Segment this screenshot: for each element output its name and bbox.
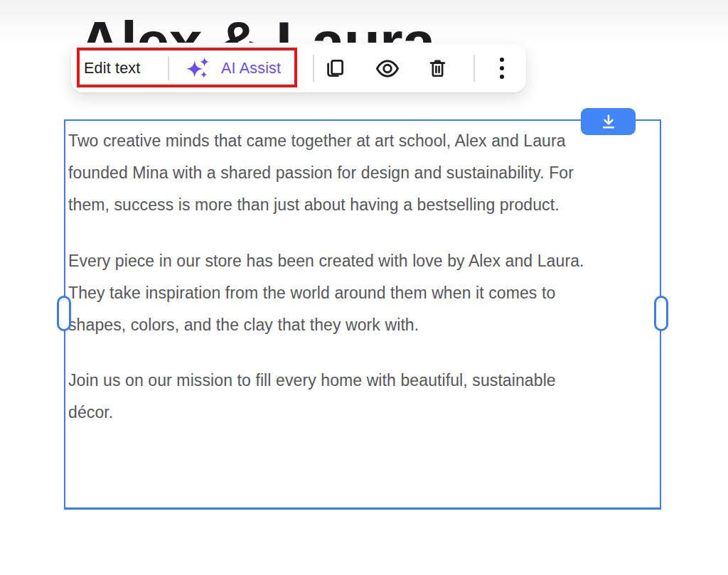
toolbar-divider	[168, 56, 169, 80]
selected-text-element[interactable]: Two creative minds that came together at…	[64, 119, 661, 510]
delete-button[interactable]	[424, 44, 451, 92]
element-toolbar: Edit text AI Assist	[71, 44, 526, 92]
duplicate-icon	[324, 58, 346, 79]
edit-text-button[interactable]: Edit text	[84, 44, 140, 92]
download-icon	[600, 113, 617, 130]
eye-icon	[375, 58, 400, 79]
ai-sparkle-icon	[186, 55, 212, 81]
resize-handle-right[interactable]	[654, 296, 668, 331]
heading-clip-region: Alex & Laura	[0, 0, 728, 43]
preview-button[interactable]	[374, 44, 401, 92]
edit-text-label: Edit text	[84, 60, 140, 77]
duplicate-button[interactable]	[321, 44, 348, 92]
editor-canvas: Alex & Laura Edit text AI Assist	[0, 0, 728, 575]
ai-assist-button[interactable]: AI Assist	[186, 44, 281, 92]
kebab-menu-icon	[496, 56, 508, 80]
page-title: Alex & Laura	[78, 13, 435, 43]
ai-assist-label: AI Assist	[221, 60, 281, 77]
more-options-button[interactable]	[491, 44, 513, 92]
paragraph: Two creative minds that came together at…	[68, 125, 660, 222]
trash-icon	[427, 58, 448, 79]
download-button[interactable]	[581, 108, 636, 135]
toolbar-divider	[313, 55, 314, 82]
resize-handle-left[interactable]	[57, 296, 71, 331]
paragraph: Every piece in our store has been create…	[68, 245, 660, 342]
text-content: Two creative minds that came together at…	[65, 121, 660, 429]
paragraph: Join us on our mission to fill every hom…	[68, 365, 660, 429]
toolbar-divider	[473, 55, 475, 82]
